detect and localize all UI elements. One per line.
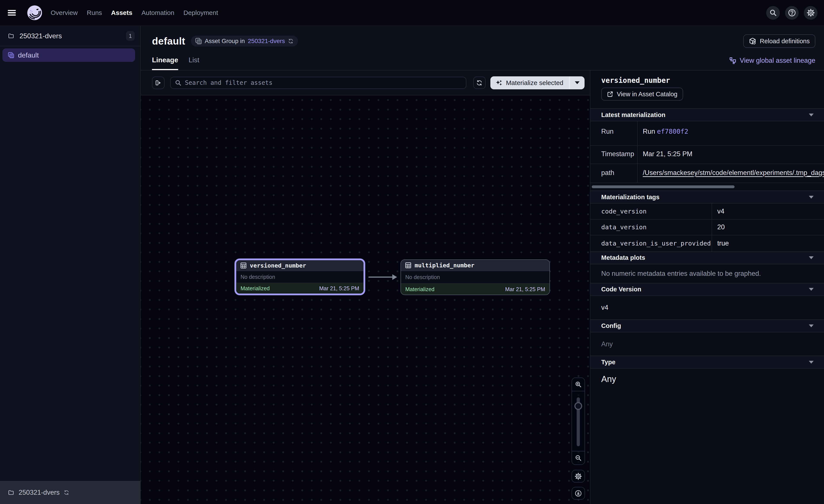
zoom-slider-handle[interactable] [575,402,582,410]
row-key: path [590,164,638,182]
asset-node-description: No description [401,271,549,283]
global-lineage-icon [729,57,736,64]
materialize-selected-button[interactable]: Materialize selected [490,76,585,89]
toggle-sidebar-button[interactable] [152,77,165,89]
dagster-app: Overview Runs Assets Automation Deployme… [0,0,824,504]
badge-repo-link[interactable]: 250321-dvers [248,38,285,44]
sidebar-footer-label: 250321-dvers [19,489,60,496]
nav-item-runs[interactable]: Runs [87,9,102,16]
graph-settings-button[interactable] [572,470,585,483]
download-circle-icon [575,490,582,497]
section-latest-materialization[interactable]: Latest materialization [590,108,824,121]
view-in-asset-catalog-label: View in Asset Catalog [617,91,678,98]
main-nav: Overview Runs Assets Automation Deployme… [50,9,218,16]
row-key: Run [590,121,638,145]
section-materialization-tags[interactable]: Materialization tags [590,191,824,204]
type-value: Any [590,369,824,384]
folder-icon [8,33,14,39]
nav-item-assets[interactable]: Assets [111,9,132,16]
asset-node-multiplied-number[interactable]: multiplied_number No description Materia… [401,259,550,295]
section-metadata-plots[interactable]: Metadata plots [590,251,824,264]
page-header: default Asset Group in 250321-dvers Relo… [141,26,824,71]
section-heading: Config [601,322,621,330]
nav-item-deployment[interactable]: Deployment [183,9,218,16]
section-heading: Type [601,359,616,366]
materialization-tags-table: code_version v4 data_version 20 data_ver… [590,204,824,251]
chevron-down-icon [809,196,814,199]
refresh-graph-button[interactable] [473,77,486,89]
asset-group-icon [195,38,202,44]
zoom-slider[interactable] [572,391,585,452]
table-icon [405,262,411,268]
zoom-out-button[interactable] [572,452,585,465]
materialize-main[interactable]: Materialize selected [490,76,570,89]
sidebar-item-default[interactable]: default [2,48,135,62]
row-value: 20 [712,223,824,231]
asset-search-box [170,77,466,89]
table-row-data-version: data_version 20 [590,220,824,235]
chevron-down-icon [809,361,814,364]
run-id-link[interactable]: ef7800f2 [657,128,688,135]
run-value-prefix: Run [643,128,657,135]
asset-node-versioned-number[interactable]: versioned_number No description Material… [234,258,365,295]
lineage-graph-canvas[interactable]: versioned_number No description Material… [141,95,590,504]
sparkles-icon [496,80,503,86]
search-input[interactable] [185,79,461,86]
reload-definitions-button[interactable]: Reload definitions [743,34,815,48]
search-button[interactable] [766,6,780,20]
sidebar-footer[interactable]: 250321-dvers [0,481,140,504]
path-link[interactable]: /Users/smackesey/stm/code/elementl/exper… [643,169,824,176]
zoom-in-button[interactable] [572,378,585,391]
panel-toggle-icon [155,80,162,86]
chevron-down-icon [575,81,580,84]
help-button[interactable] [785,6,799,20]
metadata-plots-empty-text: No numeric metadata entries available to… [590,264,824,283]
asset-groups-sidebar: 250321-dvers 1 default 250321-dvers [0,26,141,504]
status-timestamp: Mar 21, 5:25 PM [505,286,545,292]
asset-group-badge: Asset Group in 250321-dvers [191,36,298,46]
scrollbar-thumb[interactable] [592,185,735,188]
sidebar-item-label: default [18,51,39,59]
global-lineage-label: View global asset lineage [740,57,815,65]
view-global-asset-lineage-link[interactable]: View global asset lineage [729,57,815,70]
config-value: Any [590,333,824,356]
zoom-in-icon [575,381,582,388]
nav-item-overview[interactable]: Overview [50,9,78,16]
page-title: default [152,35,185,47]
nav-item-automation[interactable]: Automation [141,9,174,16]
section-heading: Materialization tags [601,194,659,201]
reload-definitions-label: Reload definitions [760,38,810,45]
edge-arrow [365,272,401,282]
asset-node-name: versioned_number [250,262,306,269]
row-key: Timestamp [590,146,638,163]
external-link-icon [607,91,613,97]
tab-lineage[interactable]: Lineage [152,56,178,70]
dagster-logo-icon[interactable] [27,5,42,20]
code-version-value: v4 [590,296,824,320]
sync-icon [64,490,69,495]
asset-node-name: multiplied_number [415,262,474,269]
row-key: data_version [590,220,712,235]
row-value: v4 [712,208,824,215]
section-type[interactable]: Type [590,356,824,369]
row-value: /Users/smackesey/stm/code/elementl/exper… [638,164,824,182]
recenter-graph-button[interactable] [572,487,585,500]
section-config[interactable]: Config [590,320,824,333]
view-in-asset-catalog-button[interactable]: View in Asset Catalog [601,88,683,101]
lineage-graph-column: Materialize selected [141,71,590,504]
settings-button[interactable] [804,6,818,20]
section-code-version[interactable]: Code Version [590,283,824,296]
row-key: code_version [590,204,712,219]
row-value: Mar 21, 5:25 PM [638,146,824,163]
chevron-down-icon [809,256,814,259]
top-nav-actions [766,6,818,20]
tab-list[interactable]: List [189,56,199,70]
hamburger-menu-icon[interactable] [4,5,19,20]
reload-definitions-icon [749,37,756,45]
sidebar-group-header[interactable]: 250321-dvers 1 [0,26,140,46]
materialize-dropdown-button[interactable] [570,76,585,89]
badge-prefix: Asset Group in [205,38,245,44]
table-row-code-version: code_version v4 [590,204,824,219]
sidebar-group-count-badge: 1 [126,31,135,41]
row-value: true [712,239,824,247]
